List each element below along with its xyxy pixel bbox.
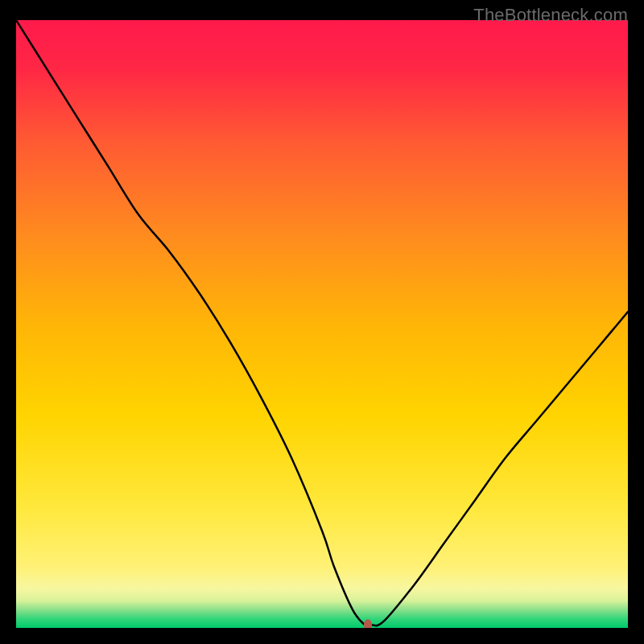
chart-background-gradient — [16, 20, 628, 628]
watermark-text: TheBottleneck.com — [473, 5, 628, 26]
chart-plot-area — [16, 20, 628, 628]
chart-svg — [16, 20, 628, 628]
